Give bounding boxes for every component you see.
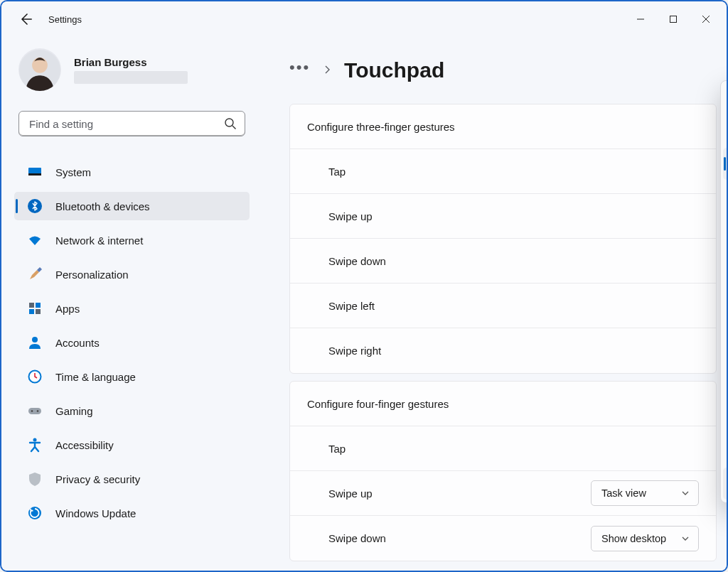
user-name: Brian Burgess <box>74 56 188 68</box>
sidebar-item-bluetooth-devices[interactable]: Bluetooth & devices <box>14 192 250 220</box>
breadcrumb-more-icon[interactable]: ••• <box>289 58 310 82</box>
sidebar-item-accounts[interactable]: Accounts <box>14 328 250 357</box>
bluetooth-icon <box>27 198 43 214</box>
flyout-option[interactable]: Task view <box>723 148 728 180</box>
main-content: ••• Touchpad Configure three-finger gest… <box>261 37 727 571</box>
dropdown-flyout: Nothing Switch apps Task view Show deskt… <box>720 80 728 503</box>
titlebar: Settings <box>1 1 727 37</box>
sidebar-item-label: Time & language <box>55 371 136 383</box>
gesture-label: Swipe up <box>328 487 373 500</box>
clock-icon <box>27 369 43 384</box>
gesture-label: Swipe down <box>328 255 386 267</box>
svg-line-8 <box>232 126 236 129</box>
search-box[interactable] <box>18 111 245 136</box>
svg-point-20 <box>37 410 39 412</box>
svg-point-21 <box>33 438 37 442</box>
close-button[interactable] <box>690 6 722 33</box>
search-input[interactable] <box>18 111 245 136</box>
flyout-option[interactable]: Snap window to the left <box>723 404 728 436</box>
back-icon[interactable] <box>18 12 33 26</box>
sidebar-item-label: Windows Update <box>55 507 136 519</box>
search-icon <box>224 117 237 130</box>
svg-rect-15 <box>36 309 41 314</box>
gesture-row-swipe-down-4[interactable]: Swipe down Show desktop <box>290 516 716 561</box>
dropdown-value: Show desktop <box>601 533 666 544</box>
sidebar-item-privacy[interactable]: Privacy & security <box>14 465 250 493</box>
sidebar-item-time-language[interactable]: Time & language <box>14 362 250 391</box>
gesture-label: Tap <box>328 443 346 455</box>
sidebar-item-personalization[interactable]: Personalization <box>14 260 250 288</box>
nav-list: System Bluetooth & devices Network & int… <box>14 158 250 527</box>
four-finger-section: Configure four-finger gestures Tap Swipe… <box>289 381 717 561</box>
sidebar-item-label: Accessibility <box>55 439 114 451</box>
sidebar-item-accessibility[interactable]: Accessibility <box>14 431 250 459</box>
gesture-row-tap-4[interactable]: Tap <box>290 426 716 471</box>
flyout-option[interactable]: Switch apps <box>723 116 728 148</box>
page-title: Touchpad <box>344 58 444 82</box>
flyout-option[interactable]: Show desktop <box>723 180 728 212</box>
sidebar-item-label: Personalization <box>55 269 129 281</box>
chevron-right-icon <box>323 64 331 77</box>
gesture-row-swipe-down[interactable]: Swipe down <box>290 239 716 284</box>
flyout-option[interactable]: Switch desktops <box>723 212 728 244</box>
svg-point-7 <box>225 119 233 126</box>
breadcrumb: ••• Touchpad <box>289 58 717 82</box>
avatar <box>18 48 61 91</box>
sidebar-item-system[interactable]: System <box>14 158 250 186</box>
gesture-row-swipe-up-4[interactable]: Swipe up Task view <box>290 471 716 516</box>
flyout-option[interactable]: Forward navigation <box>723 340 728 372</box>
gesture-row-swipe-left[interactable]: Swipe left <box>290 284 716 328</box>
sidebar-item-label: Accounts <box>55 337 100 349</box>
flyout-option[interactable]: Backward navigation <box>723 372 728 404</box>
sidebar: Brian Burgess System Bluetooth & devices <box>1 37 261 571</box>
gesture-dropdown[interactable]: Show desktop <box>591 526 699 551</box>
gesture-label: Swipe right <box>328 345 381 357</box>
svg-rect-18 <box>28 408 41 414</box>
minimize-button[interactable] <box>624 6 657 33</box>
section-header-three: Configure three-finger gestures <box>290 104 716 149</box>
sidebar-item-apps[interactable]: Apps <box>14 294 250 323</box>
svg-rect-1 <box>670 16 677 23</box>
gesture-row-swipe-right[interactable]: Swipe right <box>290 328 716 373</box>
sidebar-item-gaming[interactable]: Gaming <box>14 396 250 425</box>
accessibility-icon <box>27 437 43 453</box>
gesture-dropdown[interactable]: Task view <box>591 480 699 506</box>
gesture-row-tap[interactable]: Tap <box>290 149 716 194</box>
flyout-option[interactable]: Remove desktop <box>723 308 728 340</box>
gamepad-icon <box>27 403 43 419</box>
sidebar-item-label: Apps <box>55 303 80 315</box>
person-icon <box>27 335 43 350</box>
account-header[interactable]: Brian Burgess <box>14 48 250 91</box>
shield-icon <box>27 471 43 487</box>
svg-rect-14 <box>29 309 34 314</box>
gesture-label: Swipe up <box>328 210 373 222</box>
flyout-option[interactable]: Create desktop <box>723 276 728 308</box>
section-header-four: Configure four-finger gestures <box>290 382 716 426</box>
update-icon <box>27 505 43 521</box>
svg-point-19 <box>31 410 33 412</box>
gesture-label: Tap <box>328 166 346 178</box>
flyout-option[interactable]: Maximize a window <box>723 468 728 500</box>
svg-rect-10 <box>28 173 41 176</box>
chevron-down-icon <box>681 489 690 497</box>
flyout-option[interactable]: Nothing <box>723 84 728 116</box>
sidebar-item-network[interactable]: Network & internet <box>14 226 250 254</box>
svg-rect-12 <box>29 303 34 308</box>
user-email-redacted <box>74 71 188 84</box>
sidebar-item-label: Gaming <box>55 405 93 417</box>
svg-rect-13 <box>36 303 41 308</box>
sidebar-item-windows-update[interactable]: Windows Update <box>14 499 250 527</box>
three-finger-section: Configure three-finger gestures Tap Swip… <box>289 104 717 374</box>
app-title: Settings <box>48 14 82 25</box>
flyout-option[interactable]: Hide everything other than the app in fo… <box>723 244 728 276</box>
svg-point-16 <box>32 337 38 342</box>
display-icon <box>27 164 43 180</box>
flyout-option[interactable]: Snap window to the right <box>723 436 728 468</box>
wifi-icon <box>27 232 43 248</box>
sidebar-item-label: Network & internet <box>55 234 143 247</box>
sidebar-item-label: Bluetooth & devices <box>55 200 150 212</box>
maximize-button[interactable] <box>657 6 690 33</box>
gesture-label: Swipe down <box>328 532 386 544</box>
gesture-row-swipe-up[interactable]: Swipe up <box>290 194 716 239</box>
dropdown-value: Task view <box>601 487 646 499</box>
